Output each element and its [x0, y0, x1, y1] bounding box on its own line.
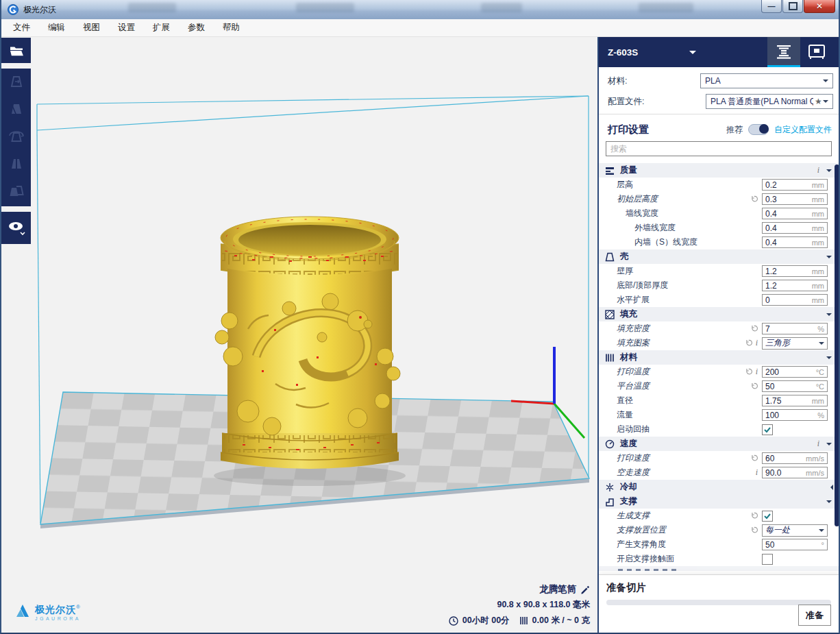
- settings-section-header[interactable]: 填充: [599, 307, 840, 321]
- profile-value: PLA 普通质量(PLA Normal Qua: [711, 96, 813, 108]
- setting-value-input[interactable]: 7%: [762, 323, 828, 334]
- undo-icon[interactable]: [750, 510, 758, 522]
- brand-reg-mark: ®: [76, 604, 80, 610]
- info-icon[interactable]: i: [756, 367, 758, 377]
- setting-value-input[interactable]: 0.4mm: [762, 222, 828, 234]
- menu-item[interactable]: 文件: [4, 19, 39, 36]
- setting-value-input[interactable]: 0.4mm: [762, 236, 828, 248]
- mirror-tool-button[interactable]: [1, 151, 31, 178]
- undo-icon[interactable]: [750, 524, 758, 537]
- recommended-label: 推荐: [726, 124, 743, 136]
- setting-row: 空走速度i90.0mm/s: [599, 465, 840, 480]
- prepare-button[interactable]: 准备: [798, 605, 831, 626]
- settings-search-input[interactable]: [606, 141, 832, 156]
- setting-value-input[interactable]: 60mm/s: [762, 452, 828, 464]
- material-select[interactable]: PLA: [700, 73, 833, 88]
- setting-value-input[interactable]: 100%: [762, 409, 828, 421]
- settings-section-header[interactable]: 支撑: [599, 494, 840, 509]
- rename-pencil-icon[interactable]: [580, 585, 590, 594]
- setting-label: 内墙（S）线宽度: [599, 236, 697, 248]
- menu-item[interactable]: 帮助: [214, 19, 249, 36]
- settings-section-header[interactable]: 冷却: [599, 480, 840, 494]
- setting-dropdown[interactable]: 三角形: [762, 337, 828, 350]
- app-logo-icon: [8, 4, 18, 15]
- section-label: 材料: [620, 352, 637, 363]
- menu-item[interactable]: 参数: [179, 19, 214, 36]
- setting-value-input[interactable]: 0.3mm: [762, 193, 828, 205]
- move-tool-button[interactable]: [1, 69, 31, 96]
- tab-prepare-slice[interactable]: [767, 37, 800, 67]
- setting-value-input[interactable]: 0mm: [762, 294, 828, 306]
- setting-unit: °: [822, 541, 824, 549]
- chevron-down-icon: [826, 169, 832, 175]
- maximize-button[interactable]: [782, 0, 803, 13]
- menu-item[interactable]: 扩展: [144, 19, 179, 36]
- minimize-button[interactable]: —: [761, 0, 782, 13]
- chevron-left-icon: [828, 485, 833, 490]
- setting-value-input[interactable]: 50°: [762, 539, 828, 550]
- settings-scrollbar[interactable]: [835, 164, 839, 526]
- settings-list: 质量i层高0.2mm初始层高度0.3mm墙线宽度0.4mm外墙线宽度0.4mm内…: [599, 163, 840, 574]
- open-file-button[interactable]: [1, 38, 31, 63]
- undo-icon[interactable]: [750, 323, 758, 335]
- info-icon[interactable]: i: [756, 467, 758, 478]
- setting-checkbox[interactable]: [762, 554, 773, 565]
- setting-checkbox[interactable]: [762, 424, 773, 435]
- model-dragon-pen-holder[interactable]: [214, 217, 406, 486]
- title-bar[interactable]: 极光尔沃 — ✕: [1, 0, 839, 20]
- rotate-tool-button[interactable]: [1, 123, 31, 151]
- model-tools-toolbar: [1, 69, 31, 206]
- dropdown-value: 每一处: [765, 524, 790, 536]
- setting-unit: %: [817, 411, 824, 419]
- section-label: 速度: [620, 438, 637, 450]
- clipped-section-header: [599, 566, 840, 571]
- print-settings-title: 打印设置: [608, 123, 649, 136]
- per-model-settings-button[interactable]: [1, 178, 31, 206]
- undo-icon[interactable]: [745, 337, 752, 350]
- info-icon[interactable]: i: [817, 439, 819, 449]
- setting-value-input[interactable]: 0.2mm: [762, 179, 828, 191]
- section-label: 冷却: [620, 481, 637, 493]
- setting-dropdown[interactable]: 每一处: [762, 524, 828, 537]
- section-label: 填充: [620, 308, 637, 320]
- setting-checkbox[interactable]: [762, 511, 773, 522]
- setting-value-input[interactable]: 1.2mm: [762, 265, 828, 277]
- undo-icon[interactable]: [745, 366, 752, 378]
- scale-tool-button[interactable]: [1, 96, 31, 123]
- close-button[interactable]: ✕: [804, 0, 835, 13]
- menu-item[interactable]: 视图: [74, 19, 109, 36]
- menu-item[interactable]: 设置: [109, 19, 144, 36]
- undo-icon[interactable]: [750, 380, 758, 393]
- menu-item[interactable]: 编辑: [39, 19, 74, 36]
- profile-select[interactable]: PLA 普通质量(PLA Normal Qua ★: [706, 94, 833, 109]
- setting-unit: %: [817, 325, 824, 333]
- settings-section-header[interactable]: 速度i: [599, 437, 840, 451]
- settings-section-header[interactable]: 壳: [599, 249, 840, 264]
- custom-profile-link[interactable]: 自定义配置文件: [774, 124, 832, 136]
- settings-section-header[interactable]: 质量i: [599, 163, 840, 178]
- viewport-3d[interactable]: [1, 37, 599, 634]
- setting-value: 50: [765, 540, 774, 550]
- undo-icon[interactable]: [750, 452, 758, 465]
- setting-value-input[interactable]: 200°C: [762, 366, 828, 378]
- setting-value-input[interactable]: 0.4mm: [762, 208, 828, 219]
- setting-value: 90.0: [765, 468, 781, 478]
- view-mode-button[interactable]: [1, 212, 31, 244]
- setting-label: 外墙线宽度: [599, 222, 676, 234]
- undo-icon[interactable]: [750, 193, 758, 206]
- printer-chevron-down-icon[interactable]: [689, 51, 696, 58]
- settings-section-header[interactable]: 材料: [599, 350, 840, 365]
- setting-value-input[interactable]: 1.75mm: [762, 395, 828, 406]
- mirror-tool-icon: [8, 156, 25, 173]
- setting-value-input[interactable]: 50°C: [762, 380, 828, 392]
- setting-row: 启动回抽: [599, 422, 840, 437]
- chevron-down-icon: [826, 256, 832, 261]
- printer-header: Z-603S: [599, 37, 840, 67]
- info-icon[interactable]: i: [756, 338, 758, 348]
- setting-value-input[interactable]: 90.0mm/s: [762, 467, 828, 478]
- setting-value-input[interactable]: 1.2mm: [762, 280, 828, 291]
- profile-mode-toggle[interactable]: [748, 124, 769, 135]
- info-icon[interactable]: i: [817, 165, 819, 175]
- tab-printer-monitor[interactable]: [800, 37, 833, 67]
- shell-icon: [605, 252, 615, 262]
